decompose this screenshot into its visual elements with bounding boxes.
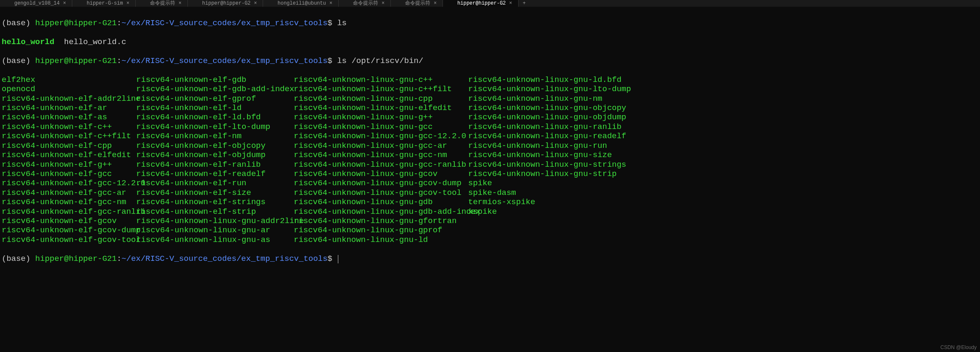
ls-file-entry: riscv64-unknown-linux-gnu-gcov	[294, 169, 468, 179]
ls-file-entry: riscv64-unknown-linux-gnu-gcov-tool	[294, 188, 468, 197]
close-icon[interactable]: ×	[382, 0, 385, 6]
ls-file-entry: riscv64-unknown-linux-gnu-gcc-ar	[294, 141, 468, 150]
ls-file-entry: riscv64-unknown-linux-gnu-strings	[468, 160, 978, 169]
command-text: ls	[337, 18, 347, 28]
ls-output-line: hello_world hello_world.c	[2, 37, 978, 47]
ls-file-entry: riscv64-unknown-linux-gnu-addr2line	[136, 216, 294, 226]
colon: :	[117, 18, 121, 28]
tab-item-0[interactable]: gengold_v108_14 ×	[0, 0, 72, 7]
tab-bar: gengold_v108_14 × hipper-G-sim × 命令提示符 ×…	[0, 0, 980, 7]
ls-file-entry: riscv64-unknown-linux-gnu-ld	[294, 235, 468, 244]
ls-file-entry: riscv64-unknown-elf-readelf	[136, 169, 294, 179]
ls-file-entry: riscv64-unknown-elf-gcc	[2, 169, 136, 179]
prompt-dollar: $	[327, 56, 337, 66]
ls-file-entry: riscv64-unknown-elf-gdb-add-index	[136, 84, 294, 94]
ls-file-entry: riscv64-unknown-linux-gnu-gdb-add-index	[294, 207, 468, 216]
tab-label: hipper@hipper-G2	[457, 0, 506, 6]
ls-file-entry: riscv64-unknown-elf-elfedit	[2, 150, 136, 160]
ls-file-entry: riscv64-unknown-linux-gnu-nm	[468, 94, 978, 103]
close-icon[interactable]: ×	[329, 0, 332, 6]
ls-file-entry: riscv64-unknown-elf-gcc-ranlib	[2, 207, 136, 216]
ls-file-entry: riscv64-unknown-elf-gcc-12.2.0	[2, 179, 136, 188]
tab-item-7[interactable]: hipper@hipper-G2 ×	[443, 0, 518, 7]
prompt-dollar: $	[327, 18, 337, 28]
ls-file-entry: riscv64-unknown-elf-ranlib	[136, 160, 294, 169]
ls-output-grid: elf2hexriscv64-unknown-elf-gdbriscv64-un…	[2, 75, 978, 244]
close-icon[interactable]: ×	[254, 0, 257, 6]
ls-file-entry: riscv64-unknown-linux-gnu-gdb	[294, 197, 468, 207]
tab-label: hipper@hipper-G2	[202, 0, 250, 6]
terminal-icon	[78, 1, 83, 6]
ls-file-entry: xspike	[468, 207, 978, 216]
ls-file-entry: riscv64-unknown-linux-gnu-ar	[136, 226, 294, 235]
tab-item-1[interactable]: hipper-G-sim ×	[72, 0, 136, 7]
ls-file-entry: riscv64-unknown-elf-g++	[2, 160, 136, 169]
ls-file-entry	[468, 216, 978, 226]
close-icon[interactable]: ×	[126, 0, 129, 6]
ls-file-entry: riscv64-unknown-elf-addr2line	[2, 94, 136, 103]
source-file: hello_world.c	[54, 37, 126, 47]
close-icon[interactable]: ×	[179, 0, 182, 6]
tab-label: gengold_v108_14	[14, 0, 60, 6]
cwd-path: ~/ex/RISC-V_source_codes/ex_tmp_riscv_to…	[121, 18, 327, 28]
ls-file-entry: spike	[468, 179, 978, 188]
prompt-line-1: (base) hipper@hipper-G21:~/ex/RISC-V_sou…	[2, 18, 978, 28]
close-icon[interactable]: ×	[63, 0, 66, 6]
close-icon[interactable]: ×	[509, 0, 512, 6]
close-icon[interactable]: ×	[434, 0, 437, 6]
ls-file-entry: riscv64-unknown-elf-c++	[2, 122, 136, 131]
ls-file-entry: riscv64-unknown-elf-size	[136, 188, 294, 197]
ls-file-entry: riscv64-unknown-elf-objdump	[136, 150, 294, 160]
ls-file-entry: riscv64-unknown-linux-gnu-elfedit	[294, 103, 468, 113]
prompt-line-2: (base) hipper@hipper-G21:~/ex/RISC-V_sou…	[2, 56, 978, 66]
command-text: ls /opt/riscv/bin/	[337, 56, 423, 66]
terminal-icon	[449, 1, 454, 6]
tab-item-6[interactable]: 命令提示符 ×	[391, 0, 443, 7]
colon: :	[117, 254, 121, 263]
tab-label: 命令提示符	[405, 0, 430, 6]
ls-file-entry: riscv64-unknown-linux-gnu-gprof	[294, 226, 468, 235]
ls-file-entry: riscv64-unknown-elf-gprof	[136, 94, 294, 103]
colon: :	[117, 56, 121, 66]
tab-item-3[interactable]: hipper@hipper-G2 ×	[188, 0, 263, 7]
terminal-icon	[6, 1, 11, 6]
ls-file-entry: riscv64-unknown-linux-gnu-gcc-ranlib	[294, 160, 468, 169]
ls-file-entry: riscv64-unknown-elf-run	[136, 179, 294, 188]
ls-file-entry: riscv64-unknown-linux-gnu-as	[136, 235, 294, 244]
ls-file-entry: openocd	[2, 84, 136, 94]
conda-env: (base)	[2, 254, 35, 263]
cwd-path: ~/ex/RISC-V_source_codes/ex_tmp_riscv_to…	[121, 254, 327, 263]
ls-file-entry: riscv64-unknown-linux-gnu-objdump	[468, 113, 978, 122]
ls-file-entry: riscv64-unknown-linux-gnu-gcc-12.2.0	[294, 131, 468, 141]
ls-file-entry: riscv64-unknown-linux-gnu-gfortran	[294, 216, 468, 226]
ls-file-entry: riscv64-unknown-elf-c++filt	[2, 131, 136, 141]
ls-file-entry: riscv64-unknown-elf-ld	[136, 103, 294, 113]
ls-file-entry: riscv64-unknown-elf-objcopy	[136, 141, 294, 150]
cwd-path: ~/ex/RISC-V_source_codes/ex_tmp_riscv_to…	[121, 56, 327, 66]
ls-file-entry: riscv64-unknown-elf-strings	[136, 197, 294, 207]
tab-label: hongleili@ubuntu	[277, 0, 326, 6]
ls-file-entry: riscv64-unknown-linux-gnu-strip	[468, 169, 978, 179]
ls-file-entry: riscv64-unknown-linux-gnu-c++	[294, 75, 468, 84]
ls-file-entry: riscv64-unknown-elf-lto-dump	[136, 122, 294, 131]
terminal-content[interactable]: (base) hipper@hipper-G21:~/ex/RISC-V_sou…	[0, 7, 980, 275]
ls-file-entry: riscv64-unknown-linux-gnu-g++	[294, 113, 468, 122]
add-tab-button[interactable]: +	[519, 0, 530, 6]
ls-file-entry: riscv64-unknown-linux-gnu-objcopy	[468, 103, 978, 113]
ls-file-entry: termios-xspike	[468, 197, 978, 207]
ls-file-entry: riscv64-unknown-elf-ar	[2, 103, 136, 113]
tab-item-5[interactable]: 命令提示符 ×	[339, 0, 391, 7]
ls-file-entry: riscv64-unknown-linux-gnu-size	[468, 150, 978, 160]
tab-item-2[interactable]: 命令提示符 ×	[136, 0, 188, 7]
ls-file-entry	[468, 226, 978, 235]
ls-file-entry: riscv64-unknown-elf-gcc-nm	[2, 197, 136, 207]
tab-item-4[interactable]: hongleili@ubuntu ×	[263, 0, 338, 7]
ls-file-entry: riscv64-unknown-linux-gnu-gcov-dump	[294, 179, 468, 188]
terminal-icon	[397, 1, 402, 6]
conda-env: (base)	[2, 56, 35, 66]
ls-file-entry: riscv64-unknown-linux-gnu-ld.bfd	[468, 75, 978, 84]
terminal-icon	[142, 1, 147, 6]
ls-file-entry: riscv64-unknown-linux-gnu-ranlib	[468, 122, 978, 131]
ls-file-entry: riscv64-unknown-elf-nm	[136, 131, 294, 141]
user-host: hipper@hipper-G21	[35, 254, 117, 263]
